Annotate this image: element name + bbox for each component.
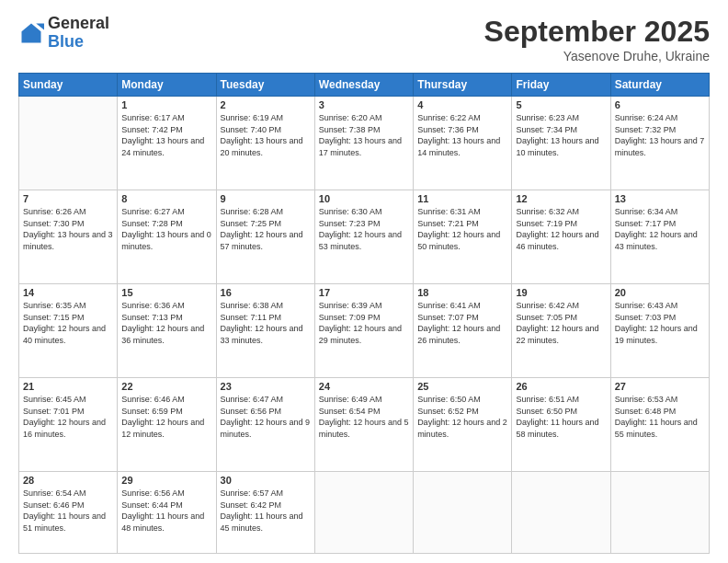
calendar-cell: 5Sunrise: 6:23 AM Sunset: 7:34 PM Daylig… xyxy=(512,97,610,190)
calendar-cell: 21Sunrise: 6:45 AM Sunset: 7:01 PM Dayli… xyxy=(19,378,118,472)
weekday-header-row: SundayMondayTuesdayWednesdayThursdayFrid… xyxy=(19,74,710,97)
day-info: Sunrise: 6:42 AM Sunset: 7:05 PM Dayligh… xyxy=(516,300,606,346)
day-number: 12 xyxy=(516,193,606,204)
day-info: Sunrise: 6:31 AM Sunset: 7:21 PM Dayligh… xyxy=(417,206,507,252)
day-number: 24 xyxy=(319,381,409,392)
calendar-cell: 30Sunrise: 6:57 AM Sunset: 6:42 PM Dayli… xyxy=(216,472,314,554)
calendar-cell: 8Sunrise: 6:27 AM Sunset: 7:28 PM Daylig… xyxy=(118,190,216,284)
day-info: Sunrise: 6:23 AM Sunset: 7:34 PM Dayligh… xyxy=(516,112,606,158)
day-number: 22 xyxy=(121,381,211,392)
day-info: Sunrise: 6:39 AM Sunset: 7:09 PM Dayligh… xyxy=(319,300,409,346)
day-info: Sunrise: 6:28 AM Sunset: 7:25 PM Dayligh… xyxy=(221,206,311,252)
weekday-header-monday: Monday xyxy=(118,74,216,97)
location: Yasenove Druhe, Ukraine xyxy=(484,49,710,63)
calendar-cell: 1Sunrise: 6:17 AM Sunset: 7:42 PM Daylig… xyxy=(118,97,216,190)
day-number: 19 xyxy=(516,287,606,298)
day-number: 8 xyxy=(121,193,211,204)
calendar-cell xyxy=(512,472,610,554)
day-info: Sunrise: 6:51 AM Sunset: 6:50 PM Dayligh… xyxy=(516,394,606,440)
day-number: 27 xyxy=(615,381,705,392)
day-info: Sunrise: 6:50 AM Sunset: 6:52 PM Dayligh… xyxy=(417,394,507,440)
calendar-cell: 15Sunrise: 6:36 AM Sunset: 7:13 PM Dayli… xyxy=(118,284,216,378)
day-number: 21 xyxy=(23,381,113,392)
weekday-header-tuesday: Tuesday xyxy=(216,74,314,97)
calendar-cell: 2Sunrise: 6:19 AM Sunset: 7:40 PM Daylig… xyxy=(216,97,314,190)
calendar-cell xyxy=(19,97,118,190)
day-info: Sunrise: 6:32 AM Sunset: 7:19 PM Dayligh… xyxy=(516,206,606,252)
logo: General Blue xyxy=(18,15,109,52)
day-number: 20 xyxy=(615,287,705,298)
day-number: 30 xyxy=(221,475,311,486)
calendar-cell: 26Sunrise: 6:51 AM Sunset: 6:50 PM Dayli… xyxy=(512,378,610,472)
calendar-cell: 28Sunrise: 6:54 AM Sunset: 6:46 PM Dayli… xyxy=(19,472,118,554)
day-info: Sunrise: 6:41 AM Sunset: 7:07 PM Dayligh… xyxy=(417,300,507,346)
day-number: 16 xyxy=(221,287,311,298)
day-info: Sunrise: 6:49 AM Sunset: 6:54 PM Dayligh… xyxy=(319,394,409,440)
day-info: Sunrise: 6:22 AM Sunset: 7:36 PM Dayligh… xyxy=(417,112,507,158)
day-number: 17 xyxy=(319,287,409,298)
day-info: Sunrise: 6:19 AM Sunset: 7:40 PM Dayligh… xyxy=(221,112,311,158)
day-number: 11 xyxy=(417,193,507,204)
calendar-cell: 18Sunrise: 6:41 AM Sunset: 7:07 PM Dayli… xyxy=(414,284,512,378)
calendar-week-3: 14Sunrise: 6:35 AM Sunset: 7:15 PM Dayli… xyxy=(19,284,710,378)
month-title: September 2025 xyxy=(484,15,710,49)
day-info: Sunrise: 6:45 AM Sunset: 7:01 PM Dayligh… xyxy=(23,394,113,440)
day-number: 18 xyxy=(417,287,507,298)
day-info: Sunrise: 6:43 AM Sunset: 7:03 PM Dayligh… xyxy=(615,300,705,346)
calendar-cell: 20Sunrise: 6:43 AM Sunset: 7:03 PM Dayli… xyxy=(610,284,709,378)
day-number: 7 xyxy=(23,193,113,204)
weekday-header-friday: Friday xyxy=(512,74,610,97)
day-number: 25 xyxy=(417,381,507,392)
day-number: 1 xyxy=(121,99,211,110)
calendar-cell: 19Sunrise: 6:42 AM Sunset: 7:05 PM Dayli… xyxy=(512,284,610,378)
calendar-cell xyxy=(314,472,413,554)
page: General Blue September 2025 Yasenove Dru… xyxy=(0,0,728,563)
calendar-cell: 9Sunrise: 6:28 AM Sunset: 7:25 PM Daylig… xyxy=(216,190,314,284)
day-info: Sunrise: 6:46 AM Sunset: 6:59 PM Dayligh… xyxy=(121,394,211,440)
day-info: Sunrise: 6:30 AM Sunset: 7:23 PM Dayligh… xyxy=(319,206,409,252)
weekday-header-wednesday: Wednesday xyxy=(314,74,413,97)
calendar-table: SundayMondayTuesdayWednesdayThursdayFrid… xyxy=(18,73,710,554)
logo-icon xyxy=(18,20,44,46)
day-number: 13 xyxy=(615,193,705,204)
calendar-cell: 11Sunrise: 6:31 AM Sunset: 7:21 PM Dayli… xyxy=(414,190,512,284)
day-info: Sunrise: 6:34 AM Sunset: 7:17 PM Dayligh… xyxy=(615,206,705,252)
logo-blue: Blue xyxy=(48,33,109,52)
day-info: Sunrise: 6:24 AM Sunset: 7:32 PM Dayligh… xyxy=(615,112,705,158)
calendar-week-4: 21Sunrise: 6:45 AM Sunset: 7:01 PM Dayli… xyxy=(19,378,710,472)
day-info: Sunrise: 6:47 AM Sunset: 6:56 PM Dayligh… xyxy=(221,394,311,440)
day-info: Sunrise: 6:57 AM Sunset: 6:42 PM Dayligh… xyxy=(221,488,311,534)
day-info: Sunrise: 6:27 AM Sunset: 7:28 PM Dayligh… xyxy=(121,206,211,252)
day-info: Sunrise: 6:35 AM Sunset: 7:15 PM Dayligh… xyxy=(23,300,113,346)
day-number: 14 xyxy=(23,287,113,298)
day-info: Sunrise: 6:26 AM Sunset: 7:30 PM Dayligh… xyxy=(23,206,113,252)
day-number: 23 xyxy=(221,381,311,392)
day-info: Sunrise: 6:17 AM Sunset: 7:42 PM Dayligh… xyxy=(121,112,211,158)
calendar-cell: 27Sunrise: 6:53 AM Sunset: 6:48 PM Dayli… xyxy=(610,378,709,472)
calendar-week-1: 1Sunrise: 6:17 AM Sunset: 7:42 PM Daylig… xyxy=(19,97,710,190)
calendar-cell: 24Sunrise: 6:49 AM Sunset: 6:54 PM Dayli… xyxy=(314,378,413,472)
calendar-cell: 6Sunrise: 6:24 AM Sunset: 7:32 PM Daylig… xyxy=(610,97,709,190)
calendar-cell: 25Sunrise: 6:50 AM Sunset: 6:52 PM Dayli… xyxy=(414,378,512,472)
svg-marker-0 xyxy=(22,23,41,42)
calendar-cell: 4Sunrise: 6:22 AM Sunset: 7:36 PM Daylig… xyxy=(414,97,512,190)
day-number: 3 xyxy=(319,99,409,110)
day-info: Sunrise: 6:53 AM Sunset: 6:48 PM Dayligh… xyxy=(615,394,705,440)
weekday-header-saturday: Saturday xyxy=(610,74,709,97)
calendar-cell xyxy=(414,472,512,554)
calendar-cell: 16Sunrise: 6:38 AM Sunset: 7:11 PM Dayli… xyxy=(216,284,314,378)
weekday-header-thursday: Thursday xyxy=(414,74,512,97)
calendar-cell: 7Sunrise: 6:26 AM Sunset: 7:30 PM Daylig… xyxy=(19,190,118,284)
day-info: Sunrise: 6:20 AM Sunset: 7:38 PM Dayligh… xyxy=(319,112,409,158)
calendar-cell: 13Sunrise: 6:34 AM Sunset: 7:17 PM Dayli… xyxy=(610,190,709,284)
day-number: 29 xyxy=(121,475,211,486)
day-number: 2 xyxy=(221,99,311,110)
logo-text: General Blue xyxy=(48,15,109,52)
day-number: 5 xyxy=(516,99,606,110)
weekday-header-sunday: Sunday xyxy=(19,74,118,97)
logo-general: General xyxy=(48,15,109,33)
day-number: 28 xyxy=(23,475,113,486)
calendar-cell: 22Sunrise: 6:46 AM Sunset: 6:59 PM Dayli… xyxy=(118,378,216,472)
title-block: September 2025 Yasenove Druhe, Ukraine xyxy=(484,15,710,63)
day-number: 15 xyxy=(121,287,211,298)
